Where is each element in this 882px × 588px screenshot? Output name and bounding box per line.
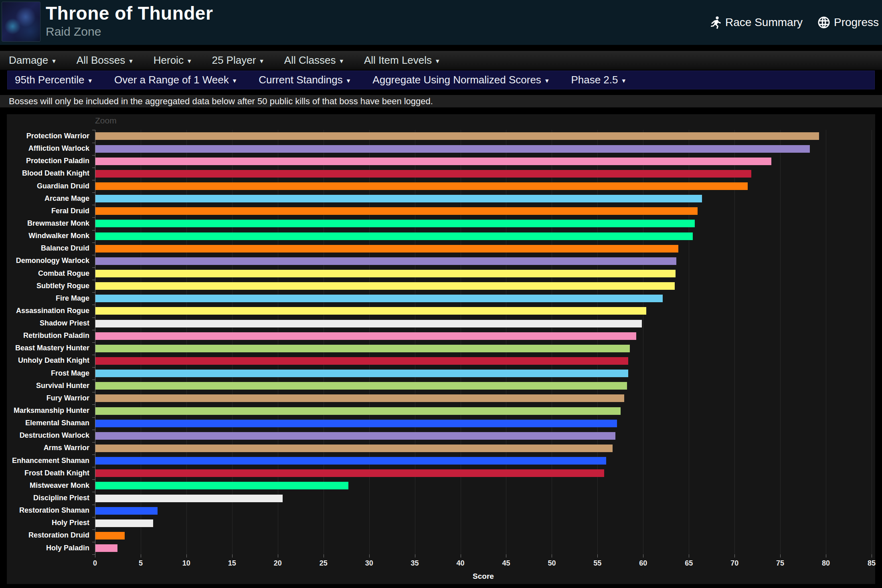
bar-marksmanship-hunter[interactable] [95,407,621,415]
x-axis-tick-label: 65 [675,559,703,568]
category-label-restoration-shaman: Restoration Shaman [7,506,89,515]
bar-shadow-priest[interactable] [95,320,642,327]
bar-destruction-warlock[interactable] [95,432,615,440]
category-label-combat-rogue: Combat Rogue [7,269,89,278]
secondary-filter-label: Aggregate Using Normalized Scores [372,74,541,86]
bar-enhancement-shaman[interactable] [95,457,606,465]
y-axis-tick [92,505,95,505]
category-label-arms-warrior: Arms Warrior [7,444,89,452]
progress-label: Progress [834,16,879,29]
filter-aggregate-using-normalized-scores[interactable]: Aggregate Using Normalized Scores▾ [372,74,548,86]
bar-fire-mage[interactable] [95,295,663,302]
y-axis-tick [92,380,95,380]
bar-assassination-rogue[interactable] [95,307,646,315]
grid-line [506,130,506,554]
filter-25-player[interactable]: 25 Player▾ [212,54,263,67]
bar-frost-mage[interactable] [95,370,628,377]
primary-filter-label: All Bosses [77,54,125,67]
bar-demonology-warlock[interactable] [95,257,676,265]
bar-protection-paladin[interactable] [95,158,771,165]
category-label-subtlety-rogue: Subtlety Rogue [7,282,89,290]
filter-95th-percentile[interactable]: 95th Percentile▾ [15,74,92,86]
bar-holy-priest[interactable] [95,519,153,527]
category-label-fire-mage: Fire Mage [7,294,89,303]
filter-phase-2-5[interactable]: Phase 2.5▾ [571,74,625,86]
secondary-filter-bar: 95th Percentile▾Over a Range of 1 Week▾C… [7,71,875,89]
bar-windwalker-monk[interactable] [95,232,693,240]
primary-filter-label: All Item Levels [364,54,432,67]
bar-discipline-priest[interactable] [95,495,283,502]
y-axis-tick [92,442,95,443]
bar-fury-warrior[interactable] [95,394,624,402]
bar-subtlety-rogue[interactable] [95,282,675,290]
y-axis-tick [92,529,95,530]
bar-arms-warrior[interactable] [95,445,613,452]
bar-guardian-druid[interactable] [95,182,748,190]
progress-link[interactable]: Progress [818,16,879,29]
bar-frost-death-knight[interactable] [95,469,604,477]
bar-survival-hunter[interactable] [95,382,627,390]
chevron-down-icon: ▾ [88,77,92,85]
bar-feral-druid[interactable] [95,207,698,215]
y-axis-tick [92,217,95,218]
y-axis-tick [92,130,95,130]
category-label-restoration-druid: Restoration Druid [7,531,89,540]
bar-mistweaver-monk[interactable] [95,482,348,489]
filter-all-item-levels[interactable]: All Item Levels▾ [364,54,439,67]
bar-beast-mastery-hunter[interactable] [95,345,630,352]
filter-all-bosses[interactable]: All Bosses▾ [77,54,133,67]
x-axis-tick-label: 25 [310,559,338,568]
primary-filter-label: 25 Player [212,54,256,67]
bar-holy-paladin[interactable] [95,544,117,552]
category-label-holy-paladin: Holy Paladin [7,544,89,552]
y-axis-tick [92,192,95,193]
bar-combat-rogue[interactable] [95,270,676,277]
filter-current-standings[interactable]: Current Standings▾ [259,74,350,86]
bar-affliction-warlock[interactable] [95,145,810,153]
bar-brewmaster-monk[interactable] [95,220,695,227]
x-axis-tick [506,554,506,558]
category-label-beast-mastery-hunter: Beast Mastery Hunter [7,344,89,352]
bar-retribution-paladin[interactable] [95,332,636,340]
y-axis-tick [92,305,95,305]
bar-protection-warrior[interactable] [95,132,819,140]
bar-restoration-shaman[interactable] [95,507,158,515]
x-axis-tick-label: 50 [538,559,566,568]
y-axis-tick [92,267,95,268]
primary-filter-bar: Damage▾All Bosses▾Heroic▾25 Player▾All C… [0,51,882,70]
y-axis-tick [92,242,95,243]
bar-arcane-mage[interactable] [95,195,702,202]
y-axis-tick [92,479,95,480]
bar-restoration-druid[interactable] [95,532,125,540]
filter-over-a-range-of-1-week[interactable]: Over a Range of 1 Week▾ [114,74,236,86]
bar-balance-druid[interactable] [95,245,678,253]
bar-elemental-shaman[interactable] [95,420,617,427]
category-label-shadow-priest: Shadow Priest [7,319,89,327]
chevron-down-icon: ▾ [340,57,343,65]
x-axis-tick [186,554,187,558]
filter-all-classes[interactable]: All Classes▾ [284,54,343,67]
category-label-marksmanship-hunter: Marksmanship Hunter [7,406,89,415]
x-axis-tick [826,554,826,558]
filter-damage[interactable]: Damage▾ [9,54,56,67]
y-axis-tick [92,367,95,368]
category-label-affliction-warlock: Affliction Warlock [7,144,89,153]
grid-line [826,130,826,554]
category-label-frost-mage: Frost Mage [7,369,89,378]
category-label-enhancement-shaman: Enhancement Shaman [7,457,89,465]
bar-unholy-death-knight[interactable] [95,357,628,365]
category-label-brewmaster-monk: Brewmaster Monk [7,219,89,228]
race-summary-link[interactable]: Race Summary [711,16,803,29]
bar-blood-death-knight[interactable] [95,170,751,178]
filter-heroic[interactable]: Heroic▾ [154,54,191,67]
y-axis-tick [92,168,95,168]
y-axis-tick [92,392,95,392]
primary-filter-label: Heroic [154,54,184,67]
y-axis-tick [92,342,95,343]
category-label-arcane-mage: Arcane Mage [7,194,89,203]
chevron-down-icon: ▾ [260,57,263,65]
y-axis-tick [92,542,95,542]
y-axis-tick [92,467,95,467]
secondary-filter-label: Over a Range of 1 Week [114,74,229,86]
category-label-frost-death-knight: Frost Death Knight [7,469,89,477]
